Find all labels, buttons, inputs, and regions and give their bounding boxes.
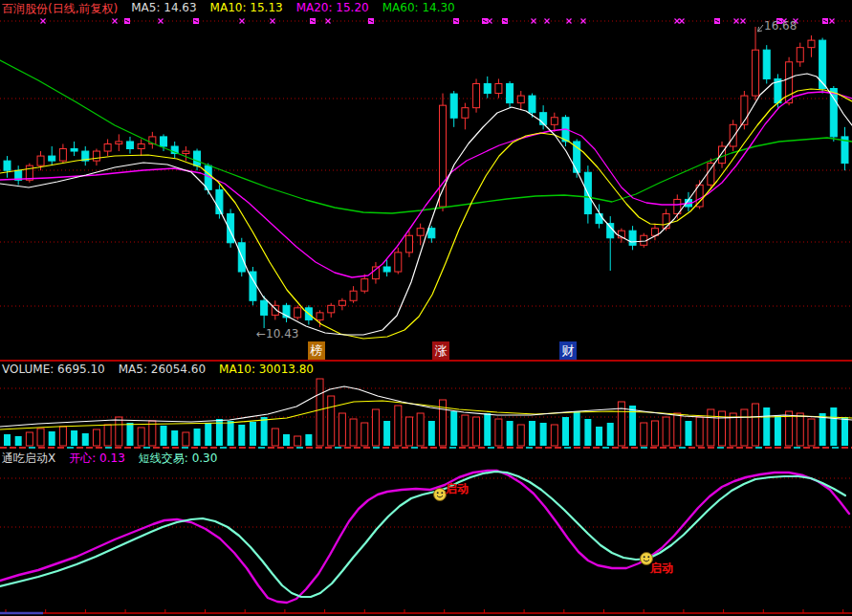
volume-bar [507,421,513,446]
volume-bar [171,430,178,446]
ma10-line [0,89,852,339]
candle-body [507,83,513,102]
volume-legend: VOLUME: 6695.10 MA5: 26054.60 MA10: 3001… [2,363,314,376]
volume-bar [741,409,748,446]
volume-bar [104,425,111,446]
volume-bar [161,426,167,446]
volume-bar [830,407,837,446]
panel-divider-volume-indicator[interactable] [0,447,852,449]
candle-body [261,300,268,315]
volume-bar [685,421,691,446]
volume-bar [183,432,189,446]
volume-bar [696,417,703,446]
volume-bar [808,419,815,446]
volume-bar [49,431,55,446]
volume-bar [116,417,122,446]
candle-body [93,151,99,161]
volume-bar [428,421,435,446]
candle-body [551,118,557,125]
candle-body [71,149,77,152]
volume-bar [763,407,770,446]
volume-bar [350,419,357,446]
candle-body [730,124,736,146]
candle-body [663,214,669,229]
volume-bar [562,417,569,446]
volume-bar [495,419,502,446]
candle-body [473,83,480,107]
candle-body [383,267,390,272]
candle-body [37,156,44,165]
volume-bar [797,413,803,446]
chart-canvas[interactable] [0,0,852,616]
candle-body [361,279,368,292]
indicator-happy-line [0,471,849,603]
indicator-name: 通吃启动X [2,451,55,467]
volume-bar [775,415,781,446]
volume-bar [405,417,412,446]
ma20-value: MA20: 15.20 [296,1,369,17]
volume-bar [15,436,22,446]
volume-bar [473,417,480,446]
candle-body [104,143,111,151]
volume-bar [674,413,681,446]
high-price-label: 16.68 [764,19,797,33]
volume-bar [395,406,402,446]
volume-bar [584,419,591,446]
main-chart-legend: 百润股份(日线,前复权) MA5: 14.63 MA10: 15.13 MA20… [2,1,455,17]
volume-bar [339,413,345,446]
volume-bar [708,409,714,446]
candle-body [228,214,234,243]
volume-bar [551,425,557,446]
watermark-char-2: 涨 [432,341,449,360]
volume-bar [272,429,278,446]
candle-body [462,108,469,119]
indicator-line2-value: 短线交易: 0.30 [139,451,218,467]
candle-body [529,96,535,113]
volume-bar [71,430,77,446]
candle-body [753,50,759,96]
buy-signal-label-1: 启动 [446,481,469,497]
volume-bar [194,429,201,446]
indicator-legend: 通吃启动X 开心: 0.13 短线交易: 0.30 [2,451,217,467]
volume-bar [283,434,290,446]
stock-chart-app: 百润股份(日线,前复权) MA5: 14.63 MA10: 15.13 MA20… [0,0,852,616]
volume-bar [228,421,234,446]
volume-bar [250,422,256,446]
volume-bar [372,409,379,446]
volume-bar [238,425,245,446]
sell-signal-markers [41,18,835,24]
volume-bar [328,396,335,446]
candle-body [417,229,424,236]
candle-body [116,142,122,144]
candle-body [328,305,335,313]
ma20-line [0,92,852,277]
volume-bar [663,417,669,446]
volume-bar [261,417,268,446]
candle-body [763,50,770,78]
volume-bar [450,411,457,446]
ma5-value: MA5: 14.63 [131,1,196,17]
volume-bar [82,433,89,446]
candle-body [183,151,189,154]
volume-bar [651,421,658,446]
candle-body [495,83,502,93]
ma60-line [0,60,852,213]
ma60-value: MA60: 14.30 [382,1,455,17]
volume-bar [484,413,491,446]
volume-bar [417,413,424,446]
volume-value: VOLUME: 6695.10 [2,363,105,376]
candle-body [450,94,457,118]
ma10-value: MA10: 15.13 [210,1,283,17]
candle-body [708,164,714,186]
volume-bar [462,415,469,446]
candle-body [484,83,491,93]
watermark-char-1: 榜 [308,341,325,360]
volume-bar [574,411,580,446]
candle-body [317,313,323,320]
candle-body [607,224,614,238]
volume-bar [305,434,312,446]
candle-body [339,300,345,305]
volume-bar [540,423,547,446]
candle-body [4,161,11,170]
candle-body [440,105,447,207]
